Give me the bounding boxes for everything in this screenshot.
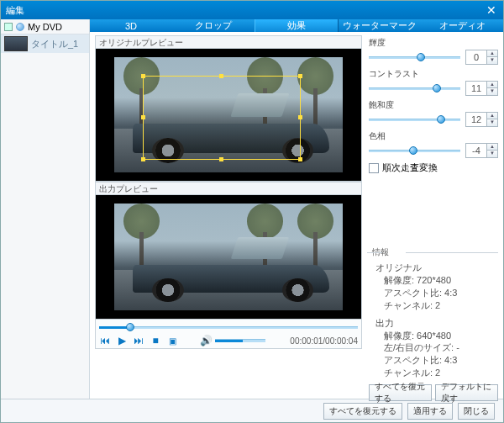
hue-slider[interactable] (369, 145, 460, 156)
tab-audio[interactable]: オーディオ (421, 19, 503, 32)
deinterlace-checkbox[interactable]: 順次走査変換 (369, 161, 498, 174)
footer: すべてを復元する 適用する 閉じる (1, 399, 503, 422)
saturation-spinner[interactable]: 12▲▼ (465, 112, 498, 127)
info-heading: 情報 (369, 246, 498, 258)
info-output-resolution: 解像度: 640*480 (375, 330, 498, 342)
info-original-title: オリジナル (375, 262, 498, 274)
tab-crop[interactable]: クロップ (172, 19, 255, 32)
brightness-label: 輝度 (369, 37, 498, 49)
deinterlace-label: 順次走査変換 (382, 161, 438, 174)
apply-button[interactable]: 適用する (407, 403, 453, 420)
info-original-resolution: 解像度: 720*480 (375, 274, 498, 287)
effects-panel: 輝度 0▲▼ コントラスト 11▲▼ 飽和度 (367, 35, 498, 401)
info-output-lr: 左/右目のサイズ: - (375, 341, 498, 354)
original-preview-label: オリジナルプレビュー (95, 35, 362, 49)
thumbnail-icon (4, 36, 28, 51)
info-output-title: 出力 (375, 317, 498, 330)
spinner-down-icon[interactable]: ▼ (487, 57, 497, 64)
footer-restore-all-button[interactable]: すべてを復元する (323, 403, 402, 420)
window-title: 編集 (6, 4, 24, 17)
titlebar: 編集 ✕ (1, 1, 503, 19)
volume-slider[interactable] (215, 339, 265, 342)
disc-icon (16, 23, 24, 31)
info-original-channels: チャンネル: 2 (375, 299, 498, 312)
output-preview-pane (95, 195, 362, 320)
tab-effect[interactable]: 効果 (255, 19, 339, 32)
play-button[interactable]: ▶ (116, 335, 128, 346)
contrast-label: コントラスト (369, 68, 498, 80)
hue-spinner[interactable]: -4▲▼ (465, 143, 498, 158)
spinner-up-icon[interactable]: ▲ (487, 144, 497, 151)
restore-all-button[interactable]: すべてを復元する (369, 384, 432, 401)
spinner-up-icon[interactable]: ▲ (487, 50, 497, 57)
tab-3d[interactable]: 3D (90, 19, 172, 32)
tab-bar: 3D クロップ 効果 ウォーターマーク オーディオ (90, 19, 503, 32)
player-bar: ⏮ ▶ ⏭ ■ ▣ 🔊 00:00:01/00:00:04 (95, 320, 362, 349)
info-original-aspect: アスペクト比: 4:3 (375, 287, 498, 299)
original-preview-pane (95, 49, 362, 182)
spinner-down-icon[interactable]: ▼ (487, 119, 497, 126)
output-preview-label: 出力プレビュー (95, 182, 362, 195)
seek-slider[interactable] (99, 323, 358, 331)
prev-button[interactable]: ⏮ (99, 335, 111, 346)
saturation-slider[interactable] (369, 114, 460, 124)
spinner-down-icon[interactable]: ▼ (487, 151, 497, 157)
info-output-aspect: アスペクト比: 4:3 (375, 354, 498, 367)
brightness-slider[interactable] (369, 52, 460, 62)
contrast-slider[interactable] (369, 83, 460, 93)
spinner-up-icon[interactable]: ▲ (487, 82, 497, 88)
spinner-down-icon[interactable]: ▼ (487, 88, 497, 95)
stop-button[interactable]: ■ (150, 335, 161, 346)
brightness-spinner[interactable]: 0▲▼ (465, 50, 498, 65)
default-button[interactable]: デフォルトに戻す (435, 384, 498, 401)
crop-box[interactable] (143, 76, 301, 160)
timecode: 00:00:01/00:00:04 (290, 336, 358, 346)
checkbox-icon[interactable] (369, 163, 379, 173)
close-icon[interactable]: ✕ (485, 3, 498, 17)
sidebar-item-label: タイトル_1 (31, 38, 78, 50)
spinner-up-icon[interactable]: ▲ (487, 113, 497, 119)
seek-knob[interactable] (126, 323, 134, 331)
info-output-channels: チャンネル: 2 (375, 367, 498, 379)
contrast-spinner[interactable]: 11▲▼ (465, 81, 498, 96)
snapshot-button[interactable]: ▣ (166, 336, 178, 346)
sidebar-root-label: My DVD (28, 22, 62, 32)
tab-watermark[interactable]: ウォーターマーク (339, 19, 421, 32)
checkbox-icon[interactable] (4, 23, 13, 31)
close-button[interactable]: 閉じる (458, 403, 495, 420)
saturation-label: 飽和度 (369, 99, 498, 111)
sidebar-item-title1[interactable]: タイトル_1 (1, 34, 89, 53)
next-button[interactable]: ⏭ (133, 335, 144, 346)
sidebar: My DVD タイトル_1 (1, 19, 90, 399)
hue-label: 色相 (369, 130, 498, 142)
sidebar-header[interactable]: My DVD (1, 19, 89, 34)
volume-icon[interactable]: 🔊 (200, 335, 212, 346)
